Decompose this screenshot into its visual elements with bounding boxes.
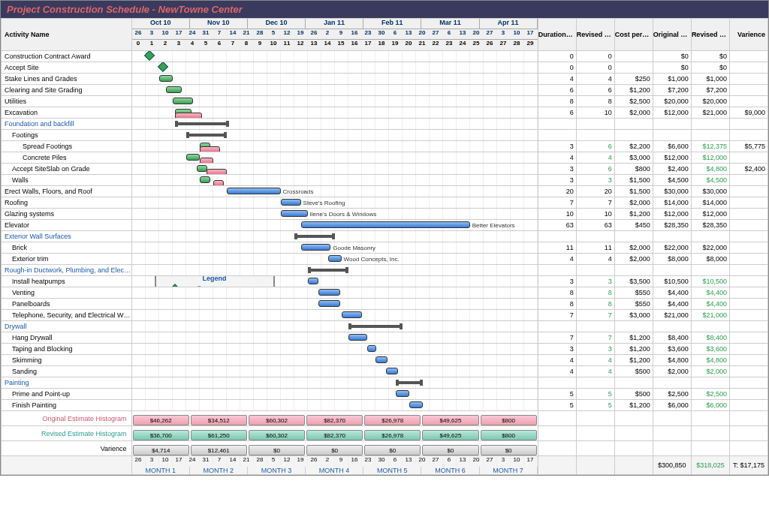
cell-oe: $4,800 xyxy=(653,355,691,366)
gantt-bar xyxy=(207,169,227,175)
gantt-bar: Ilene's Doors & Windows xyxy=(281,210,308,217)
cell-cpd: $1,200 xyxy=(614,209,653,220)
cell-oe xyxy=(653,231,691,242)
cell-rdur: 4 xyxy=(576,254,614,265)
hdr-rev-duration: Revised Duration xyxy=(576,19,614,51)
cell-dur: 63 xyxy=(538,220,576,231)
gantt-bar: Better Elevators xyxy=(301,221,470,228)
cell-rdur: 3 xyxy=(576,276,614,287)
total-orig: $300,850 xyxy=(653,456,691,475)
bar-label: Goode Masonry xyxy=(333,245,375,251)
cell-rdur: 6 xyxy=(576,141,614,152)
cell-re: $21,000 xyxy=(691,107,729,119)
cell-rdur: 7 xyxy=(576,310,614,321)
histogram-label: Varience xyxy=(2,441,132,456)
hdr-orig-estimate: Original Estimate xyxy=(653,19,691,51)
task-row: Telephone, Security, and Electrical Wiri… xyxy=(2,310,768,321)
cell-oe: $8,000 xyxy=(653,254,691,265)
task-name: Finish Painting xyxy=(2,400,132,411)
cell-rdur: 6 xyxy=(576,164,614,175)
task-name: Excavation xyxy=(2,107,132,119)
cell-cpd: $2,000 xyxy=(614,107,653,119)
cell-re: $21,000 xyxy=(691,310,729,321)
cell-dur: 7 xyxy=(538,197,576,209)
cell-cpd: $1,200 xyxy=(614,344,653,355)
histogram-cell: $4,714 xyxy=(133,445,189,455)
hdr-activity: Activity Name xyxy=(2,19,132,51)
bar-label: Steve's Roofing xyxy=(303,200,345,206)
page-title: Project Construction Schedule - NewTowne… xyxy=(1,1,768,18)
task-name: Exterior Wall Surfaces xyxy=(2,231,132,242)
task-row: Prime and Point-up55$500$2,500$2,500 xyxy=(2,389,768,400)
cell-oe xyxy=(653,265,691,276)
cell-oe: $2,400 xyxy=(653,164,691,175)
task-name: Install heatpumps xyxy=(2,276,132,287)
cell-re xyxy=(691,231,729,242)
cell-dur: 5 xyxy=(538,400,576,411)
cell-var xyxy=(729,85,767,96)
bar-label: Crossroads xyxy=(283,188,314,195)
cell-oe: $10,500 xyxy=(653,276,691,287)
task-name: Painting xyxy=(2,377,132,389)
task-row: Foundation and backfill xyxy=(2,119,768,130)
cell-re: $8,400 xyxy=(691,332,729,344)
task-row: Clearing and Site Grading66$1,200$7,200$… xyxy=(2,85,768,96)
task-row: Exterior trimWood Concepts, Inc.44$2,000… xyxy=(2,254,768,265)
gantt-bar xyxy=(396,390,409,397)
hdr-rev-estimate: Revised Estimate xyxy=(691,19,729,51)
task-name: Rough-in Ductwork, Plumbing, and Electri… xyxy=(2,265,132,276)
histogram-cell: $26,978 xyxy=(364,430,421,440)
cell-var xyxy=(729,276,767,287)
cell-var: $5,775 xyxy=(729,141,767,152)
task-name: Erect Walls, Floors, and Roof xyxy=(2,186,132,197)
bar-label: Ilene's Doors & Windows xyxy=(310,211,377,218)
cell-re: $1,000 xyxy=(691,74,729,85)
gantt-bar xyxy=(200,176,210,183)
task-row: Accept Site00$0$0 xyxy=(2,62,768,74)
gantt-bar xyxy=(200,146,220,152)
task-row: Glazing systemsIlene's Doors & Windows10… xyxy=(2,209,768,220)
cell-var: $2,400 xyxy=(729,164,767,175)
cell-re: $14,000 xyxy=(691,197,729,209)
task-row: Skimming44$1,200$4,800$4,800 xyxy=(2,355,768,366)
cell-re: $10,500 xyxy=(691,276,729,287)
cell-re: $2,000 xyxy=(691,366,729,377)
gantt-bar xyxy=(308,278,318,284)
cell-re xyxy=(691,321,729,332)
task-row: Footings xyxy=(2,130,768,141)
gantt-bar xyxy=(175,113,202,119)
cell-dur xyxy=(538,231,576,242)
cell-dur: 3 xyxy=(538,175,576,186)
cell-cpd: $2,000 xyxy=(614,242,653,254)
gantt-bar: Crossroads xyxy=(227,188,281,194)
total-var: T: $17,175 xyxy=(729,456,767,475)
legend-box: LegendMilestone EventExterior WorkStruct… xyxy=(155,276,275,287)
task-name: Construction Contract Award xyxy=(2,51,132,62)
cell-rdur xyxy=(576,321,614,332)
cell-cpd xyxy=(614,231,653,242)
task-name: Venting xyxy=(2,287,132,299)
cell-var xyxy=(729,74,767,85)
cell-dur xyxy=(538,321,576,332)
cell-cpd xyxy=(614,62,653,74)
task-row: Install heatpumpsLegendMilestone EventEx… xyxy=(2,276,768,287)
histogram-cell: $0 xyxy=(481,445,537,455)
gantt-bar xyxy=(342,311,362,318)
cell-cpd: $3,500 xyxy=(614,276,653,287)
hdr-duration: Duration (Days) xyxy=(538,19,576,51)
task-name: Skimming xyxy=(2,355,132,366)
cell-dur: 11 xyxy=(538,242,576,254)
cell-oe: $1,000 xyxy=(653,74,691,85)
task-name: Accept SiteSlab on Grade xyxy=(2,164,132,175)
task-name: Sanding xyxy=(2,366,132,377)
gantt-bar xyxy=(173,98,193,104)
cell-dur xyxy=(538,377,576,389)
cell-var xyxy=(729,51,767,62)
gantt-bar xyxy=(409,401,423,408)
task-name: Spread Footings xyxy=(2,141,132,152)
cell-var xyxy=(729,242,767,254)
histogram-cell: $46,262 xyxy=(133,415,189,425)
cell-rdur: 3 xyxy=(576,175,614,186)
cell-dur: 7 xyxy=(538,310,576,321)
cell-cpd xyxy=(614,321,653,332)
